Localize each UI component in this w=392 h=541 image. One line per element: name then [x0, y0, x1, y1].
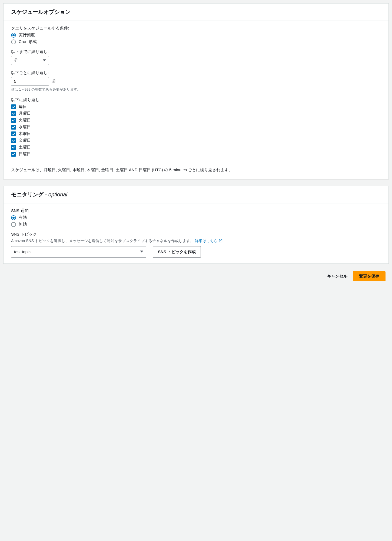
day-checkbox-everyday[interactable]: 毎日 [11, 104, 381, 109]
sns-topic-desc-text: Amazon SNS トピックを選択し、メッセージを送信して通知をサブスクライブ… [11, 239, 194, 243]
day-checkbox-tuesday[interactable]: 火曜日 [11, 118, 381, 123]
radio-option-enabled[interactable]: 有効 [11, 215, 381, 220]
repeat-until-select[interactable]: 分 [11, 56, 49, 65]
repeat-every-label: 以下ごとに繰り返し: [11, 70, 381, 75]
create-sns-topic-button[interactable]: SNS トピックを作成 [153, 246, 201, 258]
radio-icon [11, 39, 16, 44]
select-value: test-topic [14, 249, 31, 254]
monitoring-title-optional: - optional [45, 192, 67, 197]
repeat-every-unit: 分 [52, 79, 56, 84]
day-label: 毎日 [19, 104, 27, 109]
day-checkbox-monday[interactable]: 月曜日 [11, 111, 381, 116]
day-label: 土曜日 [19, 145, 31, 150]
day-label: 月曜日 [19, 111, 31, 116]
schedule-condition-label: クエリをスケジュールする条件: [11, 26, 381, 31]
checkbox-checked-icon [11, 152, 16, 157]
day-label: 火曜日 [19, 118, 31, 123]
repeat-every-hint: 値は 1～999 の整数である必要があります。 [11, 87, 381, 92]
day-label: 水曜日 [19, 124, 31, 130]
monitoring-panel: モニタリング - optional SNS 通知 有効 無効 SNS トピック … [3, 186, 389, 264]
save-changes-button[interactable]: 変更を保存 [353, 271, 386, 281]
day-checkbox-sunday[interactable]: 日曜日 [11, 151, 381, 157]
repeat-until-section: 以下までに繰り返し: 分 [11, 49, 381, 65]
footer-actions: キャンセル 変更を保存 [3, 270, 389, 283]
day-checkbox-saturday[interactable]: 土曜日 [11, 145, 381, 150]
select-value: 分 [14, 58, 18, 63]
button-label: キャンセル [327, 274, 347, 278]
checkbox-checked-icon [11, 125, 16, 130]
day-label: 日曜日 [19, 151, 31, 157]
cancel-button[interactable]: キャンセル [327, 274, 347, 279]
sns-notify-label: SNS 通知 [11, 208, 381, 213]
day-label: 金曜日 [19, 138, 31, 143]
panel-body: クエリをスケジュールする条件: 実行頻度 Cron 形式 以下までに繰り返し: … [4, 21, 388, 179]
checkbox-checked-icon [11, 104, 16, 109]
day-label: 木曜日 [19, 131, 31, 136]
sns-topic-row: test-topic SNS トピックを作成 [11, 246, 381, 258]
monitoring-title: モニタリング - optional [11, 191, 381, 198]
schedule-summary: スケジュールは、月曜日, 火曜日, 水曜日, 木曜日, 金曜日, 土曜日 AND… [11, 167, 381, 173]
caret-down-icon [43, 58, 46, 63]
repeat-every-input[interactable] [11, 77, 49, 85]
panel-body: SNS 通知 有効 無効 SNS トピック Amazon SNS トピックを選択… [4, 203, 388, 263]
button-label: 変更を保存 [359, 274, 379, 278]
schedule-options-panel: スケジュールオプション クエリをスケジュールする条件: 実行頻度 Cron 形式… [3, 3, 389, 179]
radio-label: 無効 [19, 222, 27, 227]
radio-label: 実行頻度 [19, 32, 35, 38]
checkbox-checked-icon [11, 131, 16, 136]
sns-topic-select[interactable]: test-topic [11, 246, 146, 258]
checkbox-checked-icon [11, 138, 16, 143]
button-label: SNS トピックを作成 [158, 249, 196, 254]
panel-header: スケジュールオプション [4, 4, 388, 21]
repeat-every-row: 分 [11, 77, 381, 85]
repeat-every-section: 以下ごとに繰り返し: 分 値は 1～999 の整数である必要があります。 [11, 70, 381, 92]
checkbox-checked-icon [11, 145, 16, 150]
radio-option-cron[interactable]: Cron 形式 [11, 39, 381, 44]
radio-label: Cron 形式 [19, 39, 37, 44]
sns-notify-radio-group: 有効 無効 [11, 215, 381, 227]
repeat-on-days: 毎日 月曜日 火曜日 水曜日 木曜日 [11, 104, 381, 157]
monitoring-title-main: モニタリング [11, 192, 45, 197]
sns-topic-label: SNS トピック [11, 232, 381, 237]
caret-down-icon [140, 249, 143, 254]
checkbox-checked-icon [11, 111, 16, 116]
panel-header: モニタリング - optional [4, 186, 388, 203]
checkbox-checked-icon [11, 118, 16, 123]
external-link-icon [219, 239, 222, 243]
radio-label: 有効 [19, 215, 27, 220]
day-checkbox-thursday[interactable]: 木曜日 [11, 131, 381, 136]
radio-icon [11, 33, 16, 38]
radio-option-frequency[interactable]: 実行頻度 [11, 32, 381, 38]
day-checkbox-friday[interactable]: 金曜日 [11, 138, 381, 143]
radio-icon [11, 222, 16, 227]
repeat-on-label: 以下に繰り返し: [11, 97, 381, 103]
day-checkbox-wednesday[interactable]: 水曜日 [11, 124, 381, 130]
schedule-options-title: スケジュールオプション [11, 8, 381, 16]
divider [11, 162, 381, 162]
sns-topic-description: Amazon SNS トピックを選択し、メッセージを送信して通知をサブスクライブ… [11, 239, 381, 243]
radio-icon [11, 215, 16, 220]
schedule-condition-radio-group: 実行頻度 Cron 形式 [11, 32, 381, 44]
learn-more-text: 詳細はこちら [195, 239, 218, 243]
repeat-on-section: 以下に繰り返し: 毎日 月曜日 火曜日 水曜日 [11, 97, 381, 157]
learn-more-link[interactable]: 詳細はこちら [195, 239, 222, 243]
radio-option-disabled[interactable]: 無効 [11, 222, 381, 227]
repeat-until-label: 以下までに繰り返し: [11, 49, 381, 54]
